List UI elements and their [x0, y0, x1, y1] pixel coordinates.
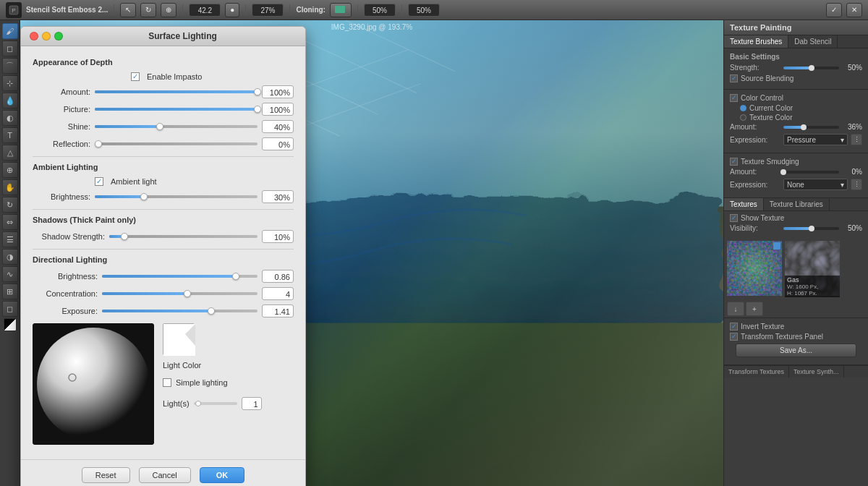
concentration-row: Concentration: 4: [33, 287, 294, 300]
close-btn[interactable]: ✕: [846, 3, 862, 17]
invert-texture-checkbox[interactable]: [730, 323, 738, 331]
tab-dab-stencil[interactable]: Dab Stencil: [788, 35, 838, 48]
layer-btn[interactable]: ☰: [2, 231, 18, 247]
exposure-slider[interactable]: [102, 306, 258, 316]
ambient-brightness-value[interactable]: 30%: [262, 190, 294, 203]
hand-tool-btn[interactable]: ✋: [2, 179, 18, 195]
tab-texture-brushes[interactable]: Texture Brushes: [724, 35, 788, 48]
shape-tool-btn[interactable]: △: [2, 145, 18, 161]
texture-smudging-checkbox[interactable]: [730, 158, 738, 166]
lights-slider[interactable]: [194, 402, 237, 405]
ok-button[interactable]: OK: [200, 467, 245, 483]
amount-value[interactable]: 100%: [262, 85, 294, 98]
lights-count-value[interactable]: 1: [242, 397, 262, 410]
shine-value[interactable]: 40%: [262, 120, 294, 133]
color-amount-thumb: [801, 124, 807, 130]
strength-slider-thumb: [809, 65, 814, 71]
zoom-tool-btn[interactable]: ⊕: [2, 162, 18, 178]
rotate-view-btn[interactable]: ↻: [2, 197, 18, 213]
source-blending-checkbox[interactable]: [730, 74, 738, 82]
picture-slider[interactable]: [95, 104, 258, 114]
opacity2-input[interactable]: 50%: [364, 4, 396, 17]
color-amount-slider[interactable]: [783, 126, 839, 129]
tab-textures[interactable]: Textures: [724, 198, 764, 210]
add-texture-btn[interactable]: +: [746, 302, 763, 316]
bottom-tab-synth[interactable]: Texture Synth...: [789, 366, 844, 378]
show-texture-checkbox[interactable]: [730, 214, 738, 222]
dir-brightness-label: Brightness:: [33, 272, 98, 281]
dir-brightness-slider[interactable]: [102, 271, 258, 281]
shine-label: Shine:: [33, 122, 90, 131]
check-btn[interactable]: ✓: [826, 3, 842, 17]
simple-lighting-checkbox[interactable]: [163, 378, 171, 387]
fill-tool-btn[interactable]: ◐: [2, 110, 18, 126]
amount-slider[interactable]: [95, 87, 258, 97]
cancel-button[interactable]: Cancel: [139, 467, 191, 483]
reflection-slider[interactable]: [95, 139, 258, 149]
eyedrop-tool-btn[interactable]: 💧: [2, 93, 18, 108]
color-control-checkbox[interactable]: [730, 94, 738, 102]
opacity3-input[interactable]: 50%: [408, 4, 440, 17]
concentration-value[interactable]: 4: [262, 287, 294, 300]
smudge-expression-select[interactable]: None ▾: [783, 179, 848, 190]
crop-tool-btn[interactable]: ⊹: [2, 75, 18, 91]
tab-texture-libraries[interactable]: Texture Libraries: [764, 198, 830, 210]
shadow-strength-slider[interactable]: [109, 231, 258, 242]
smudge-amount-slider[interactable]: [783, 171, 839, 174]
strength-row: Strength: 50%: [730, 64, 862, 72]
dir-brightness-value[interactable]: 0.86: [262, 270, 294, 283]
expression-select[interactable]: Pressure ▾: [783, 134, 848, 145]
download-texture-btn[interactable]: ↓: [727, 302, 744, 316]
expression-options-btn[interactable]: ⋮: [851, 134, 862, 145]
text-tool-btn[interactable]: T: [2, 127, 18, 143]
rotate-tool-btn[interactable]: ↻: [140, 3, 156, 17]
basic-settings-section: Basic Settings Strength: 50% Source Blen…: [724, 48, 868, 90]
source-blending-row: Source Blending: [730, 74, 862, 82]
toolbar-separator-4: [289, 4, 290, 16]
lasso-tool-btn[interactable]: ⌒: [2, 58, 18, 74]
reset-button[interactable]: Reset: [82, 467, 130, 483]
reflection-value[interactable]: 0%: [262, 137, 294, 150]
shadow-strength-value[interactable]: 10%: [262, 230, 294, 243]
smudge-btn[interactable]: ∿: [2, 266, 18, 282]
color-btn[interactable]: [4, 318, 17, 331]
mirror-btn[interactable]: ⇔: [2, 214, 18, 230]
transform-tool-btn[interactable]: ⊕: [161, 3, 176, 17]
app-title: Stencil Soft Emboss 2...: [26, 6, 108, 14]
svg-text:P: P: [12, 7, 15, 14]
amount-row: Amount: 36%: [730, 123, 862, 131]
texture-color-radio[interactable]: [740, 114, 746, 121]
enable-impasto-checkbox[interactable]: [131, 72, 140, 81]
cloning-source-btn[interactable]: [330, 3, 352, 17]
strength-slider[interactable]: [783, 67, 839, 69]
eraser-btn[interactable]: ◻: [2, 301, 18, 317]
smudge-expression-options-btn[interactable]: ⋮: [851, 179, 862, 190]
visibility-slider[interactable]: [783, 227, 839, 230]
picture-value[interactable]: 100%: [262, 103, 294, 116]
maximize-window-btn[interactable]: [54, 32, 63, 40]
exposure-value[interactable]: 1.41: [262, 304, 294, 317]
bottom-tab-transform[interactable]: Transform Textures: [724, 366, 789, 378]
concentration-slider[interactable]: [102, 289, 258, 299]
brush-tool-btn[interactable]: 🖌: [2, 23, 18, 39]
transform-textures-panel-checkbox[interactable]: [730, 333, 738, 341]
light-color-swatch[interactable]: [163, 323, 195, 355]
brush-size-btn[interactable]: ●: [225, 3, 239, 17]
clone-btn[interactable]: ⊞: [2, 284, 18, 299]
mask-btn[interactable]: ◑: [2, 249, 18, 265]
ambient-brightness-slider[interactable]: [95, 192, 258, 202]
select-tool-btn[interactable]: ◻: [2, 40, 18, 56]
shine-slider[interactable]: [95, 122, 258, 132]
surface-lighting-dialog[interactable]: Surface Lighting Appearance of Depth Ena…: [20, 26, 306, 486]
light-sphere-preview[interactable]: [33, 323, 154, 445]
current-color-radio[interactable]: [740, 105, 746, 111]
close-window-btn[interactable]: [30, 32, 38, 40]
save-as-btn[interactable]: Save As...: [736, 344, 856, 357]
arrow-tool-btn[interactable]: ↖: [120, 3, 136, 17]
brush-size-input[interactable]: 42.2: [189, 4, 221, 17]
texture-thumb-1[interactable]: [727, 241, 782, 297]
opacity1-input[interactable]: 27%: [252, 4, 284, 17]
texture-thumb-2[interactable]: Gas W: 1600 Px,H: 1067 Px.: [785, 241, 840, 297]
minimize-window-btn[interactable]: [42, 32, 51, 40]
ambient-light-checkbox[interactable]: [95, 177, 103, 186]
